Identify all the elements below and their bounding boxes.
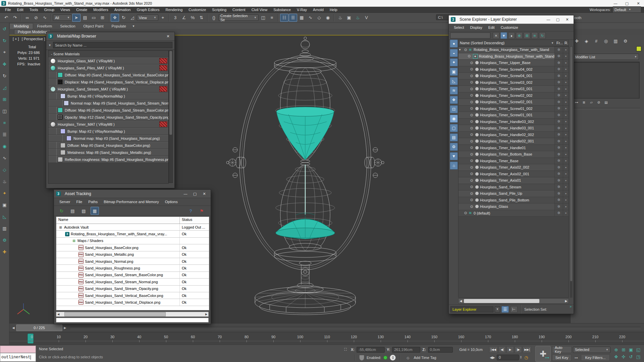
tab-object-paint[interactable]: Object Paint (79, 23, 108, 29)
display-settings-icon[interactable]: ⚙ (450, 143, 458, 151)
orbit-icon[interactable]: ↺ (627, 353, 635, 360)
redo-history-icon[interactable]: ↻ (0, 37, 9, 45)
asset-menu-options[interactable]: Options (162, 200, 180, 204)
asset-row[interactable]: PNGSand_Hourglass_Sand_Stream_BaseColor.… (56, 272, 209, 279)
auto-key-button[interactable]: Auto Key (552, 346, 572, 353)
display-objects-icon[interactable]: ▢ (450, 124, 458, 132)
add-to-layer-icon[interactable]: ⊞ (524, 32, 530, 39)
eye-icon[interactable]: ⊙ (469, 172, 474, 176)
material-list-scrollbar[interactable] (169, 50, 173, 183)
pan-icon[interactable]: ✥ (612, 353, 620, 360)
display-home-icon[interactable]: ⌂ (450, 162, 458, 170)
render-toggle-icon[interactable]: ● (563, 210, 569, 217)
render-toggle-icon[interactable]: ● (563, 164, 569, 171)
refresh-icon[interactable]: ↻ (57, 207, 66, 215)
eye-icon[interactable]: ⊙ (469, 67, 474, 71)
maximize-viewport-icon[interactable]: ◳ (635, 353, 642, 360)
eye-icon[interactable]: ⊙ (469, 185, 474, 189)
render-toggle-icon[interactable]: ● (563, 93, 569, 99)
title-bar[interactable]: 3 Rotating_Brass_Hourglass_Timer_with_St… (0, 0, 644, 7)
shield-icon[interactable] (359, 355, 364, 361)
asset-tracking-titlebar[interactable]: 3 Asset Tracking — ▢ ✕ (54, 190, 211, 198)
frozen-toggle-icon[interactable]: ✲ (554, 151, 563, 158)
display-geometry-icon[interactable]: ● (450, 40, 458, 48)
maximize-icon[interactable]: ▢ (553, 16, 562, 22)
zoom-all-icon[interactable]: ⊞ (620, 346, 627, 353)
utility-tool-icon[interactable]: ⚙ (0, 236, 9, 244)
eye-icon[interactable]: ⊙ (469, 93, 474, 98)
material-tool-icon[interactable]: ◉ (0, 142, 9, 150)
motion-tab-icon[interactable]: ◎ (602, 37, 610, 45)
object-color-swatch[interactable] (636, 46, 641, 51)
help-icon[interactable]: ? (186, 207, 195, 215)
eye-icon[interactable]: ⊙ (463, 211, 468, 215)
render-toggle-icon[interactable]: ● (563, 177, 569, 184)
asset-row[interactable]: PNGSand_Hourglass_Sand_Stream_Opacity.pn… (56, 286, 209, 292)
frozen-toggle-icon[interactable]: ✲ (554, 138, 563, 144)
eye-icon[interactable]: ⊙ (469, 145, 474, 150)
go-to-start-button[interactable]: |◀◀ (489, 346, 498, 353)
eye-icon[interactable]: ⊙ (469, 132, 474, 137)
add-layer-icon[interactable]: ⊕ (516, 32, 523, 39)
scene-row[interactable]: ⊙Hourglass_Timer_Screw03_001✲● (459, 86, 569, 93)
scene-row[interactable]: ⊙Hourglass_Timer_Screw02_002✲● (459, 93, 569, 99)
scene-row[interactable]: ⊙Hourglass_Timer_Base✲● (459, 158, 569, 165)
asset-row[interactable]: PNGSand_Hourglass_Sand_Vertical_Displace… (56, 299, 209, 306)
scene-row[interactable]: ⊙Hourglass_Timer_Handle01✲● (459, 145, 569, 152)
close-icon[interactable]: ✕ (200, 191, 209, 197)
chevron-down-icon[interactable]: ▼ (495, 306, 500, 312)
render-toggle-icon[interactable]: ● (563, 53, 569, 60)
menu-animation[interactable]: Animation (111, 8, 134, 12)
configure-modifier-sets-icon[interactable]: ▤ (603, 99, 609, 105)
modify-tab-icon[interactable]: ◈ (582, 37, 591, 45)
scene-explorer-titlebar[interactable]: 3 Scene Explorer - Layer Explorer — ▢ ✕ (449, 15, 574, 24)
maximize-icon[interactable]: ▢ (191, 191, 199, 197)
display-groups-icon[interactable]: ❖ (450, 96, 458, 104)
use-pivot-icon[interactable]: ⌖ (159, 14, 167, 22)
menu-group[interactable]: Group (41, 8, 57, 12)
frozen-toggle-icon[interactable]: ✲ (554, 60, 563, 66)
make-unique-icon[interactable]: ▱ (588, 99, 595, 105)
render-toggle-icon[interactable]: ● (563, 151, 569, 158)
scene-row[interactable]: ⊙Hourglass_Timer_Screw01_002✲● (459, 106, 569, 112)
report-view-icon[interactable]: ▤ (68, 207, 77, 215)
asset-hscrollbar[interactable]: ◀▶ (56, 312, 209, 317)
menu-create[interactable]: Create (73, 8, 90, 12)
frozen-toggle-icon[interactable]: ✲ (554, 145, 563, 151)
material-row[interactable]: Diffuse: Map #6 (Sand_Hourglass_Sand_Str… (48, 107, 168, 114)
maxscript-listener-pink[interactable] (0, 346, 36, 353)
filter-icon[interactable]: ▼ (500, 32, 507, 39)
zoom-extents-icon[interactable]: ▣ (627, 346, 635, 353)
material-row[interactable]: Opacity: Map #12 (Sand_Hourglass_Sand_St… (48, 114, 168, 121)
material-search-input[interactable]: Search by Name ... (53, 42, 172, 48)
select-by-name-icon[interactable]: ▤ (81, 14, 89, 22)
asset-row[interactable]: PNGSand_Hourglass_Normal.pngOk (56, 258, 209, 265)
display-xrefs-icon[interactable]: ⊡ (450, 105, 458, 113)
render-tool-icon[interactable]: ♨ (0, 177, 9, 185)
lock-explorer-icon[interactable]: ∎ (508, 32, 515, 39)
material-row[interactable]: Reflection roughness: Map #6 (Sand_Hourg… (48, 156, 168, 163)
eye-icon[interactable]: ⊙ (469, 87, 474, 91)
display-filter-icon[interactable]: ▼ (450, 152, 458, 160)
se-menu-display[interactable]: Display (467, 25, 485, 29)
overflow-chevrons[interactable]: » (570, 305, 572, 308)
frozen-toggle-icon[interactable]: ✲ (554, 125, 563, 131)
named-selection-field[interactable]: Create Selection Se▼ (218, 14, 259, 21)
display-shapes-icon[interactable]: ◒ (450, 49, 458, 57)
rotate-tool-icon[interactable]: ↻ (0, 72, 9, 80)
scale-tool-icon[interactable]: ◿ (0, 83, 9, 92)
scene-row[interactable]: ⊙Hourglass_Timer_Handle02_002✲● (459, 132, 569, 138)
display-spacewarps-icon[interactable]: ≋ (450, 86, 458, 95)
scene-list-header[interactable]: Name (Sorted Descending)▼ Fr... R. (458, 40, 569, 46)
asset-menu-server[interactable]: Server (57, 200, 73, 204)
transform-gizmo-icon[interactable]: ⛶ (342, 347, 349, 353)
menu-customize[interactable]: Customize (185, 8, 209, 12)
material-row[interactable]: Normal map: Map #9 (Sand_Hourglass_Sand_… (48, 100, 168, 107)
key-mode-icon[interactable]: ◀▶ (489, 354, 496, 360)
render-toggle-icon[interactable]: ● (563, 184, 569, 190)
frozen-toggle-icon[interactable]: ✲ (554, 119, 563, 125)
menu-file[interactable]: File (2, 8, 14, 12)
tree-view-icon[interactable]: ▧ (79, 207, 88, 215)
render-toggle-icon[interactable]: ● (563, 47, 569, 53)
modifier-list-dropdown[interactable]: Modifier List▼ (573, 54, 639, 60)
